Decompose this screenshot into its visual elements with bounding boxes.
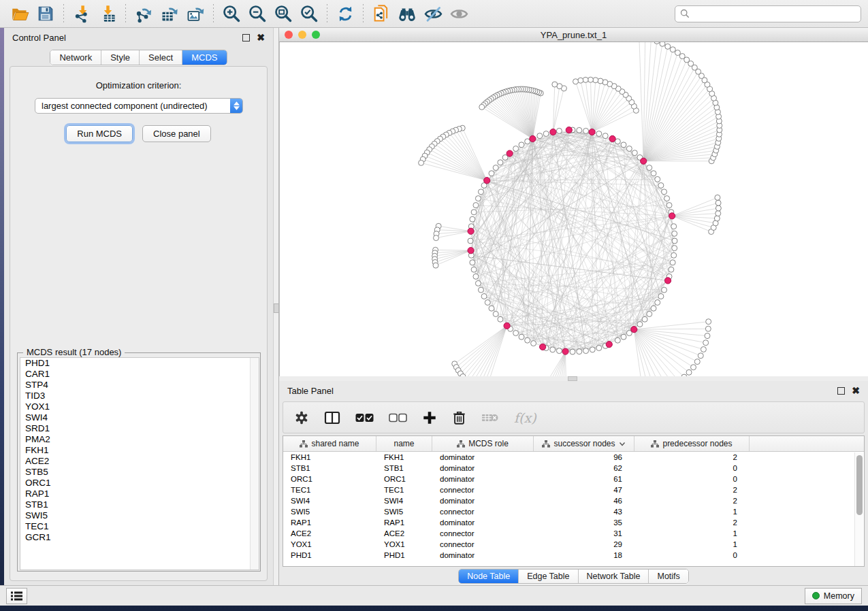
network-node[interactable] [498,316,503,322]
select-all-button[interactable] [355,413,374,423]
network-leaf-node[interactable] [679,54,685,59]
mcds-hub-node[interactable] [507,150,513,156]
network-node[interactable] [651,306,656,311]
optimization-criterion-select[interactable]: largest connected component (undirected) [35,98,243,114]
vertical-splitter[interactable] [273,28,279,585]
network-node[interactable] [647,165,652,171]
mcds-result-item[interactable]: TEC1 [20,521,259,532]
network-node[interactable] [647,311,652,316]
network-leaf-node[interactable] [714,216,720,221]
toggle-column-panel-button[interactable] [324,410,340,425]
network-graph[interactable] [280,42,868,376]
close-panel-button[interactable]: Close panel [142,125,211,142]
mcds-result-item[interactable]: GCR1 [20,532,259,543]
network-node[interactable] [473,203,479,208]
mcds-hub-node[interactable] [562,348,568,354]
network-node[interactable] [655,176,660,182]
network-node[interactable] [662,287,667,293]
table-row[interactable]: YOX1YOX1connector291 [283,539,864,550]
network-leaf-node[interactable] [583,77,588,82]
network-node[interactable] [550,347,556,352]
network-leaf-node[interactable] [716,211,721,216]
network-node[interactable] [664,196,670,201]
network-leaf-node[interactable] [716,200,721,205]
export-image-button[interactable] [182,2,208,25]
network-leaf-node[interactable] [578,78,583,83]
network-leaf-node[interactable] [715,195,720,200]
network-node[interactable] [669,267,674,272]
mcds-hub-node[interactable] [664,278,671,284]
mcds-result-item[interactable]: STB1 [20,499,259,510]
mcds-result-item[interactable]: CAR1 [20,369,259,380]
network-node[interactable] [671,252,677,258]
network-leaf-node[interactable] [479,104,485,110]
column-header-predecessor-nodes[interactable]: predecessor nodes [634,436,750,451]
network-node[interactable] [615,337,620,343]
network-node[interactable] [525,337,530,343]
network-leaf-node[interactable] [701,346,706,352]
network-node[interactable] [637,322,643,327]
table-scrollbar-thumb[interactable] [856,455,863,515]
table-tab-motifs[interactable]: Motifs [649,569,688,583]
horizontal-splitter[interactable] [279,376,868,381]
network-leaf-node[interactable] [660,42,665,46]
network-node[interactable] [642,316,647,322]
network-node[interactable] [498,160,503,165]
network-node[interactable] [478,287,483,293]
network-leaf-node[interactable] [706,319,711,325]
network-node[interactable] [493,165,498,171]
add-column-button[interactable] [422,410,437,425]
network-node[interactable] [672,246,677,251]
network-node[interactable] [621,334,626,340]
network-leaf-node[interactable] [552,82,558,87]
column-header-MCDS-role[interactable]: MCDS role [432,436,534,451]
network-node[interactable] [670,260,675,265]
column-header-shared-name[interactable]: shared name [283,436,376,451]
control-tab-select[interactable]: Select [140,50,182,65]
network-node[interactable] [672,231,677,236]
mcds-result-item[interactable]: PMA2 [20,434,259,445]
refresh-button[interactable] [332,2,358,25]
show-details-button[interactable] [446,2,472,25]
network-node[interactable] [577,127,582,133]
hide-details-button[interactable] [420,2,446,25]
network-node[interactable] [470,260,475,265]
network-leaf-node[interactable] [703,340,709,346]
mcds-result-item[interactable]: ORC1 [20,478,259,489]
table-row[interactable]: FKH1FKH1dominator962 [283,452,864,463]
mcds-hub-node[interactable] [589,129,595,135]
network-node[interactable] [577,349,582,354]
control-tab-network[interactable]: Network [50,50,101,65]
mcds-hub-node[interactable] [530,135,536,142]
network-leaf-node[interactable] [434,235,439,241]
network-node[interactable] [493,311,498,316]
network-node[interactable] [621,142,626,148]
control-panel-float-button[interactable] [242,34,250,42]
network-node[interactable] [468,238,473,244]
export-table-button[interactable] [157,2,182,25]
network-leaf-node[interactable] [698,353,703,359]
network-node[interactable] [556,128,562,133]
column-header-successor-nodes[interactable]: successor nodes [534,436,634,451]
import-network-button[interactable] [69,2,95,25]
network-node[interactable] [632,150,637,156]
network-node[interactable] [583,348,589,354]
table-tab-edge-table[interactable]: Edge Table [519,569,578,583]
mcds-hub-node[interactable] [550,129,556,135]
network-node[interactable] [590,347,595,352]
mcds-result-item[interactable]: STP4 [20,380,259,391]
mcds-result-item[interactable]: ACE2 [20,456,259,467]
control-tab-mcds[interactable]: MCDS [182,50,226,65]
network-node[interactable] [543,131,549,137]
table-tab-network-table[interactable]: Network Table [579,569,649,583]
table-panel-close-button[interactable]: ✖ [852,387,860,395]
table-settings-button[interactable] [294,410,309,425]
mcds-hub-node[interactable] [631,327,637,333]
mcds-hub-node[interactable] [641,158,647,164]
zoom-fit-button[interactable] [270,2,296,25]
mcds-result-item[interactable]: STB5 [20,467,259,478]
table-row[interactable]: SWI4SWI4dominator462 [283,495,864,506]
network-leaf-node[interactable] [705,333,710,339]
table-row[interactable]: STB1STB1dominator620 [283,463,864,474]
network-node[interactable] [481,294,487,299]
